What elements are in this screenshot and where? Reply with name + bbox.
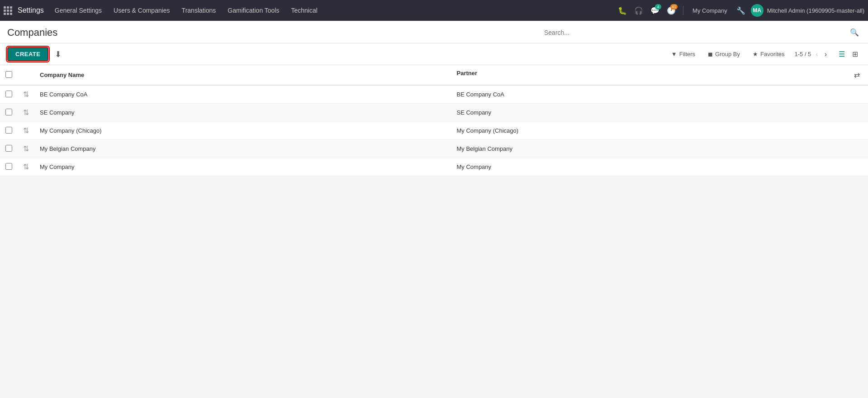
row-checkbox-cell [0, 140, 18, 158]
view-buttons: ☰ ⊞ [836, 48, 861, 60]
row-company-name: BE Company CoA [34, 85, 451, 104]
row-partner: My Company [451, 158, 868, 176]
toolbar-right: ▼ Filters ◼ Group By ★ Favorites 1-5 / 5… [669, 48, 861, 60]
prev-page-button[interactable]: ‹ [814, 49, 820, 59]
pagination: 1-5 / 5 ‹ › [794, 49, 829, 59]
row-company-name: SE Company [34, 104, 451, 122]
filters-label: Filters [679, 51, 695, 58]
chat-badge: 4 [655, 4, 661, 10]
table-body: ⇅ BE Company CoA BE Company CoA ⇅ SE Com… [0, 85, 868, 176]
row-drag-handle[interactable]: ⇅ [18, 158, 34, 176]
nav-technical[interactable]: Technical [286, 4, 323, 17]
row-partner: My Belgian Company [451, 140, 868, 158]
row-company-name: My Belgian Company [34, 140, 451, 158]
page-title-row: Companies 🔍 [7, 26, 861, 38]
row-partner: My Company (Chicago) [451, 122, 868, 140]
filter-icon: ▼ [671, 51, 677, 58]
wrench-icon-btn[interactable]: 🔧 [735, 4, 747, 17]
topbar: Settings General Settings Users & Compan… [0, 0, 868, 21]
table-row[interactable]: ⇅ My Company (Chicago) My Company (Chica… [0, 122, 868, 140]
row-drag-handle[interactable]: ⇅ [18, 140, 34, 158]
pagination-info: 1-5 / 5 [794, 51, 811, 58]
download-icon: ⬇ [55, 50, 62, 59]
table-row[interactable]: ⇅ BE Company CoA BE Company CoA [0, 85, 868, 104]
table-row[interactable]: ⇅ My Belgian Company My Belgian Company [0, 140, 868, 158]
brand: Settings [4, 6, 44, 15]
filters-button[interactable]: ▼ Filters [669, 49, 698, 59]
nav-users-companies[interactable]: Users & Companies [108, 4, 175, 17]
page-title: Companies [7, 27, 57, 38]
header-partner[interactable]: Partner ⇄ [451, 65, 868, 85]
search-input[interactable] [544, 27, 848, 38]
favorites-button[interactable]: ★ Favorites [750, 49, 787, 59]
next-page-button[interactable]: › [823, 49, 829, 59]
favorites-label: Favorites [760, 51, 784, 58]
row-checkbox-cell [0, 122, 18, 140]
table-row[interactable]: ⇅ SE Company SE Company [0, 104, 868, 122]
groupby-label: Group By [715, 51, 740, 58]
table-container: Company Name Partner ⇄ ⇅ BE Company CoA … [0, 65, 868, 176]
column-adjust-button[interactable]: ⇄ [851, 70, 863, 80]
bug-icon-btn[interactable]: 🐛 [616, 4, 629, 17]
row-company-name: My Company [34, 158, 451, 176]
row-drag-handle[interactable]: ⇅ [18, 85, 34, 104]
header-select-all [0, 65, 18, 85]
kanban-view-button[interactable]: ⊞ [849, 48, 861, 60]
row-partner: SE Company [451, 104, 868, 122]
headset-icon: 🎧 [634, 6, 643, 15]
row-checkbox[interactable] [5, 145, 12, 152]
row-checkbox[interactable] [5, 91, 12, 97]
list-view-button[interactable]: ☰ [836, 48, 848, 60]
row-checkbox[interactable] [5, 127, 12, 134]
header-drag [18, 65, 34, 85]
row-partner: BE Company CoA [451, 85, 868, 104]
wrench-icon: 🔧 [736, 6, 745, 15]
row-checkbox-cell [0, 104, 18, 122]
groupby-icon: ◼ [708, 51, 713, 58]
row-drag-handle[interactable]: ⇅ [18, 104, 34, 122]
row-checkbox-cell [0, 85, 18, 104]
page-header: Companies 🔍 [0, 21, 868, 43]
support-icon-btn[interactable]: 🎧 [632, 4, 645, 17]
user-avatar[interactable]: MA [751, 4, 764, 17]
header-company-name[interactable]: Company Name [34, 65, 451, 85]
search-icon[interactable]: 🔍 [848, 26, 861, 38]
groupby-button[interactable]: ◼ Group By [705, 49, 743, 59]
row-checkbox-cell [0, 158, 18, 176]
bug-icon: 🐛 [618, 6, 627, 15]
activity-badge: 41 [670, 4, 678, 10]
create-button[interactable]: CREATE [7, 47, 48, 61]
separator [683, 6, 683, 15]
row-checkbox[interactable] [5, 163, 12, 170]
activity-icon-btn[interactable]: 🕐 41 [665, 4, 678, 17]
topbar-right: 🐛 🎧 💬 4 🕐 41 My Company 🔧 MA Mitchell Ad… [616, 4, 864, 17]
nav-gamification-tools[interactable]: Gamification Tools [222, 4, 285, 17]
row-company-name: My Company (Chicago) [34, 122, 451, 140]
apps-icon[interactable] [4, 6, 12, 15]
table-row[interactable]: ⇅ My Company My Company [0, 158, 868, 176]
company-selector[interactable]: My Company [689, 5, 731, 16]
select-all-checkbox[interactable] [5, 71, 12, 78]
main-nav: General Settings Users & Companies Trans… [49, 4, 614, 17]
search-bar: 🔍 [544, 26, 861, 38]
row-checkbox[interactable] [5, 109, 12, 115]
app-title: Settings [18, 6, 44, 14]
companies-table: Company Name Partner ⇄ ⇅ BE Company CoA … [0, 65, 868, 176]
nav-translations[interactable]: Translations [176, 4, 222, 17]
user-name[interactable]: Mitchell Admin (19609905-master-all) [767, 7, 864, 14]
nav-general-settings[interactable]: General Settings [49, 4, 107, 17]
chat-icon-btn[interactable]: 💬 4 [649, 4, 661, 17]
row-drag-handle[interactable]: ⇅ [18, 122, 34, 140]
import-button[interactable]: ⬇ [52, 48, 64, 61]
toolbar: CREATE ⬇ ▼ Filters ◼ Group By ★ Favorite… [0, 43, 868, 65]
table-header: Company Name Partner ⇄ [0, 65, 868, 85]
star-icon: ★ [753, 51, 758, 58]
